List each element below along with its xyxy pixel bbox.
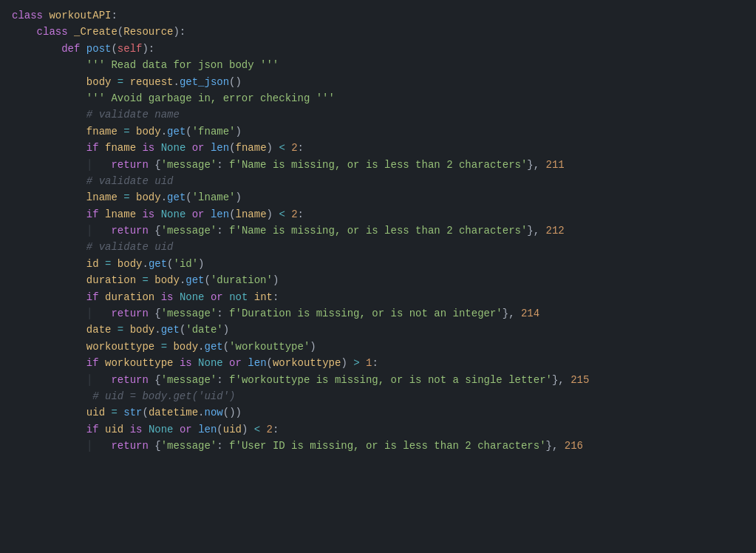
code-line: class _Create(Resource): [0, 24, 756, 40]
code-line: fname = body.get('fname') [0, 123, 756, 140]
code-line: workouttype = body.get('workouttype') [0, 339, 756, 355]
code-line: │ return {'message': f'Name is missing, … [0, 223, 756, 239]
code-line: │ return {'message': f'User ID is missin… [0, 438, 756, 454]
code-line: if workouttype is None or len(workouttyp… [0, 355, 756, 371]
code-line: date = body.get('date') [0, 322, 756, 338]
code-line: lname = body.get('lname') [0, 189, 756, 206]
code-line: if duration is None or not int: [0, 289, 756, 305]
code-line: if fname is None or len(fname) < 2: [0, 140, 756, 156]
code-line: if lname is None or len(lname) < 2: [0, 206, 756, 223]
code-line: def post(self): [0, 41, 756, 57]
code-line: body = request.get_json() [0, 74, 756, 90]
code-line: # validate uid [0, 173, 756, 189]
code-line: │ return {'message': f'Name is missing, … [0, 157, 756, 173]
code-editor: class workoutAPI: class _Create(Resource… [0, 0, 756, 553]
code-line: id = body.get('id') [0, 256, 756, 272]
code-line: if uid is None or len(uid) < 2: [0, 421, 756, 438]
code-line: ''' Read data for json body ''' [0, 57, 756, 73]
code-line: # uid = body.get('uid') [0, 388, 756, 404]
code-line: duration = body.get('duration') [0, 272, 756, 288]
code-line: │ return {'message': f'Duration is missi… [0, 305, 756, 322]
code-line: uid = str(datetime.now()) [0, 404, 756, 421]
code-line: # validate uid [0, 239, 756, 255]
code-line: ''' Avoid garbage in, error checking ''' [0, 90, 756, 106]
code-line: │ return {'message': f'workouttype is mi… [0, 372, 756, 388]
code-line: class workoutAPI: [0, 7, 756, 24]
code-line: # validate name [0, 106, 756, 123]
